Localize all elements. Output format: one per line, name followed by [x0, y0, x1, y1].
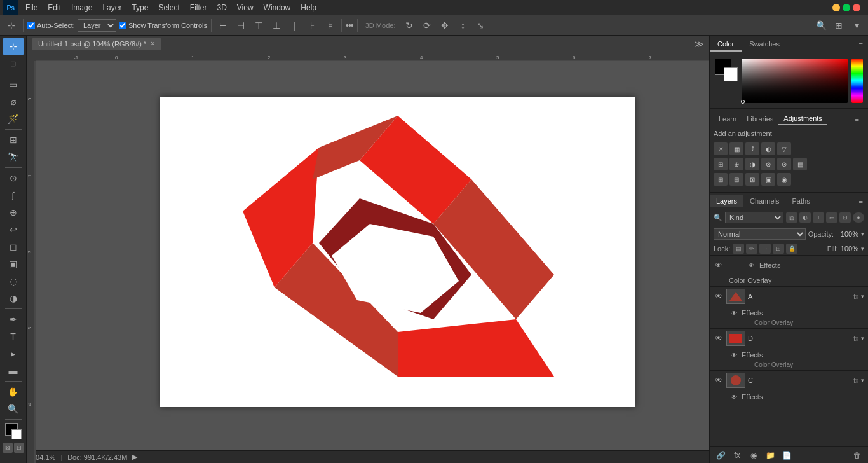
artboard-tool[interactable]: ⊡	[3, 55, 24, 72]
color-spectrum[interactable]	[851, 59, 863, 103]
tab-libraries[interactable]: Libraries	[742, 113, 778, 125]
shape-tool[interactable]: ▬	[3, 363, 24, 379]
filter-shape-icon[interactable]: ▭	[826, 212, 837, 223]
color-overlay-row[interactable]: Color Overlay	[729, 276, 864, 285]
menu-3d[interactable]: 3D	[212, 2, 231, 13]
auto-select-input[interactable]	[27, 22, 35, 29]
layer-c-fx[interactable]: fx	[853, 377, 858, 384]
layer-a-expand-icon[interactable]: ▾	[861, 293, 864, 300]
text-tool[interactable]: T	[3, 328, 24, 345]
bw-adj-icon[interactable]: ◑	[745, 158, 759, 170]
layer-c-row[interactable]: 👁 C fx ▾	[710, 371, 868, 390]
add-mask-icon[interactable]: ◉	[747, 449, 761, 462]
filter-smart-icon[interactable]: ⊡	[839, 212, 851, 223]
effects-eye-icon-c[interactable]: 👁	[729, 392, 739, 402]
channel-mix-adj-icon[interactable]: ⊘	[777, 158, 791, 170]
brightness-adj-icon[interactable]: ☀	[714, 142, 728, 155]
lock-all-icon[interactable]: 🔒	[786, 244, 797, 254]
tab-swatches[interactable]: Swatches	[742, 38, 787, 52]
layer-a-color-overlay-row[interactable]: Color Overlay	[729, 319, 864, 327]
crop-tool[interactable]: ⊞	[3, 132, 24, 148]
lock-transparent-icon[interactable]: ▤	[733, 244, 744, 254]
status-expand-icon[interactable]: ▶	[132, 453, 137, 461]
selective-color-adj-icon[interactable]: ◉	[777, 173, 791, 186]
menu-select[interactable]: Select	[153, 2, 184, 13]
menu-edit[interactable]: Edit	[43, 2, 66, 13]
photo-filter-adj-icon[interactable]: ⊗	[761, 158, 775, 170]
3d-slide-icon[interactable]: ↕	[455, 18, 470, 33]
close-button[interactable]	[853, 4, 860, 11]
opacity-expand-icon[interactable]: ▾	[861, 231, 864, 237]
lock-artboard-icon[interactable]: ⊞	[773, 244, 784, 254]
color-balance-adj-icon[interactable]: ⊕	[729, 158, 743, 170]
layer-d-color-overlay-row[interactable]: Color Overlay	[729, 361, 864, 369]
effects-eye-icon-d[interactable]: 👁	[729, 350, 739, 360]
document-tab[interactable]: Untitled-1.psd @ 104% (RGB/8#) * ✕	[32, 38, 161, 50]
curves-adj-icon[interactable]: ⤴	[745, 142, 759, 155]
brush-tool[interactable]: ∫	[3, 187, 24, 204]
align-center-h-icon[interactable]: ⊣	[233, 18, 248, 33]
auto-select-checkbox[interactable]: Auto-Select:	[27, 22, 75, 29]
align-top-icon[interactable]: ⊥	[269, 18, 284, 33]
layer-a-row[interactable]: 👁 A fx ▾	[710, 287, 868, 306]
minimize-button[interactable]	[832, 4, 840, 11]
vibrance-adj-icon[interactable]: ▽	[777, 142, 791, 155]
menu-layer[interactable]: Layer	[97, 2, 126, 13]
layer-a-effects-label-row[interactable]: 👁 Effects	[729, 307, 864, 319]
visibility-icon[interactable]: 👁	[714, 333, 724, 343]
filter-toggle[interactable]: ●	[853, 212, 864, 223]
filter-adj-icon[interactable]: ◐	[799, 212, 811, 223]
filter-pixel-icon[interactable]: ▨	[786, 212, 797, 223]
tab-expand-icon[interactable]: ≫	[695, 39, 704, 49]
layers-panel-menu-icon[interactable]: ≡	[854, 197, 868, 205]
align-right-icon[interactable]: ⊤	[251, 18, 266, 33]
filter-type-icon[interactable]: T	[813, 212, 824, 223]
filter-kind-select[interactable]: Kind	[725, 212, 783, 223]
color-picker-area[interactable]	[742, 59, 848, 103]
levels-adj-icon[interactable]: ▦	[729, 142, 743, 155]
foreground-background-colors[interactable]	[4, 422, 23, 441]
add-style-icon[interactable]: fx	[730, 449, 744, 462]
tab-adjustments[interactable]: Adjustments	[778, 113, 827, 125]
lock-paint-icon[interactable]: ✏	[746, 244, 757, 254]
menu-view[interactable]: View	[232, 2, 259, 13]
delete-layer-icon[interactable]: 🗑	[850, 449, 864, 462]
zoom-tool[interactable]: 🔍	[3, 401, 24, 417]
hue-adj-icon[interactable]: ⊞	[714, 158, 728, 170]
tab-layers[interactable]: Layers	[710, 195, 743, 207]
auto-select-type[interactable]: Layer Group	[78, 19, 116, 32]
new-group-icon[interactable]: 📁	[763, 449, 777, 462]
eyedropper-tool[interactable]: 🔭	[3, 149, 24, 165]
pen-tool[interactable]: ✒	[3, 311, 24, 328]
menu-help[interactable]: Help	[295, 2, 322, 13]
show-transform-input[interactable]	[119, 22, 126, 29]
layer-d-row[interactable]: 👁 D fx ▾	[710, 329, 868, 348]
background-color[interactable]	[724, 67, 738, 81]
show-transform-checkbox[interactable]: Show Transform Controls	[119, 22, 207, 29]
posterize-adj-icon[interactable]: ⊟	[729, 173, 743, 186]
adj-panel-menu-icon[interactable]: ≡	[850, 115, 864, 123]
exposure-adj-icon[interactable]: ◐	[761, 142, 775, 155]
screen-mode-button[interactable]: ⊟	[14, 443, 24, 453]
tab-color[interactable]: Color	[710, 38, 742, 52]
3d-pan-icon[interactable]: ✥	[437, 18, 452, 33]
color-lookup-adj-icon[interactable]: ▤	[793, 158, 807, 170]
quick-select-tool[interactable]: 🪄	[3, 111, 24, 127]
align-bottom-icon[interactable]: ⊦	[304, 18, 320, 33]
lasso-tool[interactable]: ⌀	[3, 93, 24, 110]
tab-channels[interactable]: Channels	[743, 195, 785, 207]
invert-adj-icon[interactable]: ⊞	[714, 173, 728, 186]
menu-window[interactable]: Window	[259, 2, 296, 13]
color-panel-menu-icon[interactable]: ≡	[854, 41, 868, 48]
layer-c-effects-label-row[interactable]: 👁 Effects	[729, 391, 864, 403]
history-brush-tool[interactable]: ↩	[3, 221, 24, 238]
move-tool[interactable]: ⊹	[3, 38, 24, 55]
visibility-icon[interactable]: 👁	[714, 260, 724, 270]
align-middle-icon[interactable]: |	[287, 18, 302, 33]
quick-mask-button[interactable]: ⊠	[3, 443, 13, 453]
layer-d-expand-icon[interactable]: ▾	[861, 335, 864, 342]
stamp-tool[interactable]: ⊕	[3, 204, 24, 221]
gradient-tool[interactable]: ▣	[3, 256, 24, 272]
3d-scale-icon[interactable]: ⤡	[473, 18, 488, 33]
link-layers-icon[interactable]: 🔗	[714, 449, 728, 462]
